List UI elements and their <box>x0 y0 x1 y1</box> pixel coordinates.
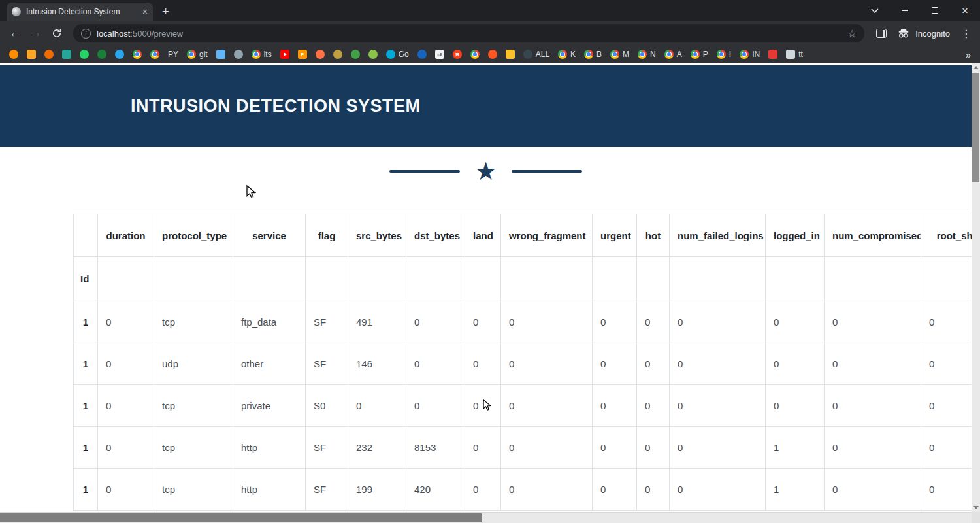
bookmark-item[interactable] <box>150 50 159 59</box>
bookmark-item[interactable]: P <box>691 50 708 59</box>
bookmark-item[interactable] <box>280 50 289 59</box>
chrome-icon <box>252 50 261 59</box>
tab-close-icon[interactable]: × <box>142 7 148 16</box>
bookmark-item[interactable] <box>62 50 71 59</box>
bookmark-star-icon[interactable]: ☆ <box>847 27 857 40</box>
bookmark-item[interactable]: B <box>584 50 602 59</box>
table-cell: SF <box>306 301 348 343</box>
site-info-icon[interactable]: i <box>81 29 91 39</box>
chrome-icon <box>664 50 674 59</box>
table-cell: 0 <box>465 427 501 469</box>
horizontal-scrollbar[interactable] <box>0 512 972 523</box>
table-cell: http <box>233 427 306 469</box>
bookmark-item[interactable] <box>133 50 142 59</box>
bookmark-item[interactable] <box>470 50 480 59</box>
bookmark-label: B <box>596 50 602 59</box>
side-panel-icon[interactable] <box>876 29 887 38</box>
horizontal-scrollbar-thumb[interactable] <box>0 513 482 522</box>
minimize-icon <box>902 10 908 11</box>
window-close-button[interactable]: × <box>950 0 980 21</box>
bookmark-item[interactable]: git <box>187 50 208 59</box>
bookmark-item[interactable] <box>27 50 36 59</box>
bookmark-item[interactable] <box>351 50 360 59</box>
refresh-button[interactable] <box>47 24 67 43</box>
bookmark-item[interactable]: M <box>610 50 629 59</box>
table-cell: 8153 <box>406 427 465 469</box>
table-cell: 0 <box>593 301 637 343</box>
address-bar[interactable]: i localhost:5000/preview ☆ <box>73 24 864 42</box>
scroll-up-arrow-icon[interactable] <box>972 63 980 72</box>
monitor-icon <box>786 50 795 59</box>
bookmark-item[interactable]: Go <box>386 50 409 59</box>
bookmark-item[interactable] <box>97 50 106 59</box>
bookmark-item[interactable] <box>216 50 225 59</box>
notes-icon <box>506 50 515 59</box>
index-spacer <box>233 257 306 301</box>
vertical-scrollbar[interactable] <box>972 63 980 512</box>
bookmark-label: ALL <box>536 50 549 59</box>
vertical-scrollbar-thumb[interactable] <box>972 73 979 182</box>
bookmark-item[interactable] <box>417 50 427 59</box>
ornament-line <box>389 170 460 173</box>
index-spacer <box>406 257 465 301</box>
table-cell: 0 <box>501 385 593 427</box>
column-header: service <box>233 214 306 257</box>
table-cell: 0 <box>593 343 637 385</box>
browser-menu-icon[interactable]: ⋮ <box>958 27 975 40</box>
bookmark-item[interactable]: P <box>298 50 307 59</box>
table-cell: 0 <box>670 343 766 385</box>
table-cell: 0 <box>670 385 766 427</box>
bookmark-item[interactable] <box>234 50 243 59</box>
new-tab-button[interactable]: + <box>162 5 169 18</box>
scroll-down-arrow-icon[interactable] <box>972 503 980 512</box>
bookmark-item[interactable]: IN <box>740 50 760 59</box>
bookmark-item[interactable] <box>115 50 124 59</box>
header-ornament: ★ <box>0 159 972 184</box>
back-button[interactable]: ← <box>5 24 25 43</box>
chrome-icon <box>133 50 142 59</box>
index-spacer <box>670 257 766 301</box>
table-cell: tcp <box>154 301 233 343</box>
table-cell: 491 <box>348 301 406 343</box>
index-spacer <box>593 257 637 301</box>
bookmark-item[interactable]: I <box>717 50 731 59</box>
table-cell: 0 <box>501 427 593 469</box>
yandex-icon: Я <box>453 50 462 59</box>
window-minimize-button[interactable] <box>890 0 920 21</box>
bookmark-item[interactable] <box>316 50 325 59</box>
bookmark-item[interactable] <box>9 50 18 59</box>
bookmark-item[interactable]: tt <box>786 50 803 59</box>
bookmarks-items: PYgititsPGoclЯALLKBMNAPIINtt <box>9 50 803 59</box>
bookmark-item[interactable]: N <box>638 50 656 59</box>
globe-icon <box>386 50 395 59</box>
column-header: num_compromised <box>825 214 921 257</box>
browser-tab[interactable]: Intrusion Detection System × <box>7 3 153 21</box>
bookmark-item[interactable] <box>488 50 497 59</box>
bookmark-item[interactable] <box>44 50 54 59</box>
column-header: land <box>465 214 501 257</box>
bookmarks-overflow-icon[interactable]: » <box>966 49 971 60</box>
table-cell: 0 <box>501 469 593 511</box>
table-cell: 0 <box>98 427 154 469</box>
bookmark-item[interactable]: ALL <box>523 50 549 59</box>
table-cell: 0 <box>593 385 637 427</box>
window-maximize-button[interactable] <box>920 0 950 21</box>
bookmark-item[interactable] <box>333 50 342 59</box>
forward-button[interactable]: → <box>26 24 46 43</box>
pen-icon <box>417 50 427 59</box>
bookmark-item[interactable]: Я <box>453 50 462 59</box>
table-cell: 0 <box>465 469 501 511</box>
bookmark-item[interactable] <box>506 50 515 59</box>
bookmark-item[interactable]: its <box>252 50 272 59</box>
bookmark-item[interactable] <box>768 50 777 59</box>
table-cell: 146 <box>348 343 406 385</box>
bookmark-item[interactable] <box>368 50 378 59</box>
index-spacer <box>465 257 501 301</box>
bookmark-item[interactable]: cl <box>435 50 444 59</box>
bookmark-item[interactable]: K <box>558 50 576 59</box>
bookmark-item[interactable]: A <box>664 50 682 59</box>
tab-search-chevron-icon[interactable] <box>860 0 890 21</box>
bookmark-item[interactable]: PY <box>168 50 178 59</box>
bookmark-item[interactable] <box>80 50 89 59</box>
sheets-icon <box>97 50 106 59</box>
